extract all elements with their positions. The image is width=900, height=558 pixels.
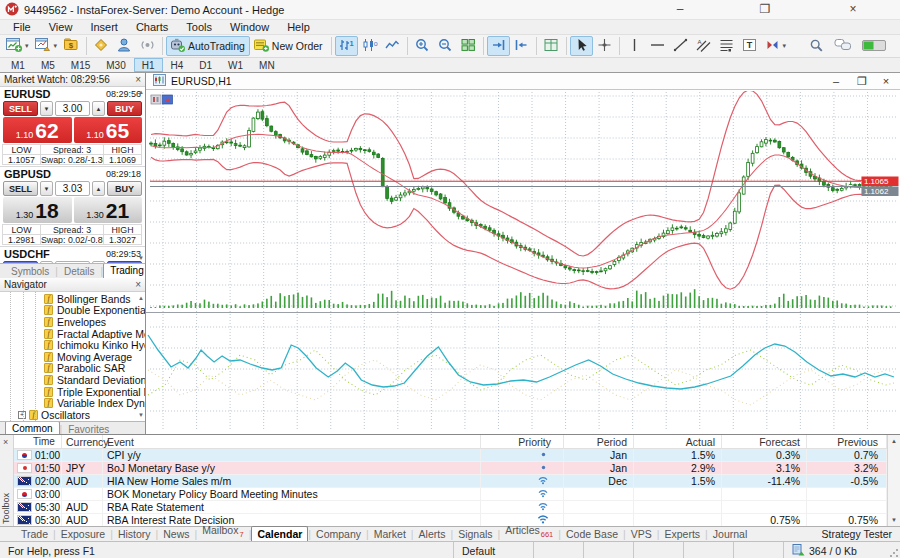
menu-file[interactable]: File xyxy=(4,21,40,33)
chat-icon[interactable] xyxy=(834,38,852,54)
toolbox-tab-signals[interactable]: Signals xyxy=(453,528,497,541)
volume-decrease-button[interactable]: ▼ xyxy=(40,181,53,196)
calendar-row[interactable]: 05:30AUDRBA Rate Statement xyxy=(14,501,887,514)
toolbox-tab-code-base[interactable]: Code Base xyxy=(561,528,623,541)
ask-price[interactable]: 1.1065 xyxy=(74,117,143,143)
navigator-group-oscillators[interactable]: +fOscillators xyxy=(0,409,145,421)
autotrading-button[interactable]: AutoTrading xyxy=(166,36,250,56)
new-order-button[interactable]: New Order xyxy=(250,36,328,56)
navigator-item-parabolic-sar[interactable]: fParabolic SAR xyxy=(0,363,145,375)
market-watch-tab-details[interactable]: Details xyxy=(58,265,101,278)
scroll-up-icon[interactable]: ▲ xyxy=(138,89,144,95)
vertical-line-button[interactable] xyxy=(623,36,646,56)
volume-input[interactable]: 3.03 xyxy=(55,181,90,196)
sell-button[interactable]: SELL xyxy=(3,261,38,263)
market-watch-tab-symbols[interactable]: Symbols xyxy=(5,265,55,278)
toolbox-close-icon[interactable]: × xyxy=(3,437,8,447)
toolbox-tab-journal[interactable]: Journal xyxy=(708,528,752,541)
timeframe-m1[interactable]: M1 xyxy=(3,58,33,72)
calendar-row[interactable]: 01:00CPI y/yJan1.5%0.3%0.7% xyxy=(14,449,887,462)
cursor-button[interactable] xyxy=(570,36,593,56)
column-header-event[interactable]: Event xyxy=(103,435,481,448)
trend-line-button[interactable] xyxy=(669,36,692,56)
timeframe-d1[interactable]: D1 xyxy=(191,58,220,72)
timeframe-m30[interactable]: M30 xyxy=(98,58,133,72)
column-header-actual[interactable]: Actual xyxy=(634,435,722,448)
sell-button[interactable]: SELL xyxy=(3,101,38,116)
minimize-button[interactable]: – xyxy=(668,0,692,19)
toolbox-tab-news[interactable]: News xyxy=(158,528,194,541)
menu-tools[interactable]: Tools xyxy=(177,21,221,33)
menu-window[interactable]: Window xyxy=(221,21,278,33)
zoom-in-button[interactable] xyxy=(411,36,434,56)
column-header-priority[interactable]: Priority xyxy=(481,435,564,448)
auto-scroll-button[interactable] xyxy=(487,36,510,56)
data-window-button[interactable] xyxy=(113,36,136,56)
toolbox-tab-history[interactable]: History xyxy=(113,528,156,541)
table-scrollbar[interactable]: ▲▼ xyxy=(887,435,900,526)
buy-button[interactable]: BUY xyxy=(107,181,142,196)
chart-close-button[interactable]: × xyxy=(878,74,894,89)
calendar-row[interactable]: 03:00BOK Monetary Policy Board Meeting M… xyxy=(14,488,887,501)
zoom-out-button[interactable] xyxy=(434,36,457,56)
bid-price[interactable]: 1.3018 xyxy=(3,197,72,223)
column-header-time[interactable]: Time xyxy=(14,435,62,448)
timeframe-h4[interactable]: H4 xyxy=(163,58,192,72)
connection-icon[interactable] xyxy=(862,40,886,53)
ipo-button[interactable] xyxy=(136,36,159,56)
scroll-down-icon[interactable]: ▼ xyxy=(891,517,897,523)
navigator-item-double-exponential[interactable]: fDouble Exponential xyxy=(0,305,145,317)
column-header-period[interactable]: Period xyxy=(564,435,634,448)
resize-grip[interactable] xyxy=(889,548,899,558)
toolbox-tab-trade[interactable]: Trade xyxy=(16,528,53,541)
menu-insert[interactable]: Insert xyxy=(81,21,127,33)
search-icon[interactable] xyxy=(809,38,824,55)
calendar-row[interactable]: 05:30AUDRBA Interest Rate Decision0.75%0… xyxy=(14,514,887,526)
timeframe-w1[interactable]: W1 xyxy=(220,58,251,72)
toolbox-tab-articles[interactable]: Articles661 xyxy=(500,524,558,541)
volume-increase-button[interactable]: ▲ xyxy=(92,261,105,263)
calendar-row[interactable]: 02:00AUDHIA New Home Sales m/mDec1.5%-11… xyxy=(14,475,887,488)
scroll-up-icon[interactable]: ▲ xyxy=(891,438,897,444)
horizontal-line-button[interactable] xyxy=(646,36,669,56)
volume-input[interactable]: 3.00 xyxy=(55,261,90,263)
timeframe-m5[interactable]: M5 xyxy=(33,58,63,72)
expand-icon[interactable]: + xyxy=(18,411,26,419)
timeframe-m15[interactable]: M15 xyxy=(63,58,98,72)
maximize-button[interactable]: ❐ xyxy=(753,0,777,19)
menu-view[interactable]: View xyxy=(40,21,82,33)
chart-shift-button[interactable] xyxy=(510,36,533,56)
crosshair-button[interactable] xyxy=(593,36,616,56)
new-chart-button[interactable]: ▾ xyxy=(3,36,32,56)
toolbox-tab-market[interactable]: Market xyxy=(369,528,411,541)
chart-restore-button[interactable]: ❐ xyxy=(854,74,870,89)
navigator-close-icon[interactable]: × xyxy=(135,280,141,290)
toolbox-tab-experts[interactable]: Experts xyxy=(659,528,705,541)
status-profile[interactable]: Default xyxy=(453,542,533,558)
volume-decrease-button[interactable]: ▼ xyxy=(40,261,53,263)
candlestick-chart-button[interactable]: o xyxy=(358,36,381,56)
strategy-tester-label[interactable]: Strategy Tester xyxy=(822,528,892,540)
toolbox-tab-mailbox[interactable]: Mailbox7 xyxy=(197,524,248,541)
scroll-down-icon[interactable]: ▼ xyxy=(138,412,144,418)
text-label-button[interactable]: T xyxy=(738,36,761,56)
toolbox-tab-alerts[interactable]: Alerts xyxy=(414,528,451,541)
ask-price[interactable]: 1.3021 xyxy=(74,197,143,223)
market-watch-close-icon[interactable]: × xyxy=(135,75,141,85)
bid-price[interactable]: 1.1062 xyxy=(3,117,72,143)
navigator-item-fractal-adaptive-mo[interactable]: fFractal Adaptive Mo xyxy=(0,328,145,340)
navigator-item-bollinger-bands[interactable]: fBollinger Bands xyxy=(0,293,145,305)
navigator-item-variable-index-dyna[interactable]: fVariable Index Dyna xyxy=(0,397,145,409)
scroll-up-icon[interactable]: ▲ xyxy=(138,295,144,301)
tile-windows-button[interactable] xyxy=(457,36,480,56)
profiles-button[interactable]: ▾ xyxy=(32,36,61,56)
volume-decrease-button[interactable]: ▼ xyxy=(40,101,53,116)
depth-of-market-button[interactable] xyxy=(540,36,563,56)
calendar-row[interactable]: 01:50JPYBoJ Monetary Base y/yJan2.9%3.1%… xyxy=(14,462,887,475)
market-watch-tab-trading[interactable]: Trading xyxy=(103,263,145,278)
navigator-item-moving-average[interactable]: fMoving Average xyxy=(0,351,145,363)
buy-button[interactable]: BUY xyxy=(107,101,142,116)
close-button[interactable]: × xyxy=(841,0,865,19)
fibonacci-button[interactable] xyxy=(715,36,738,56)
timeframe-mn[interactable]: MN xyxy=(251,58,283,72)
